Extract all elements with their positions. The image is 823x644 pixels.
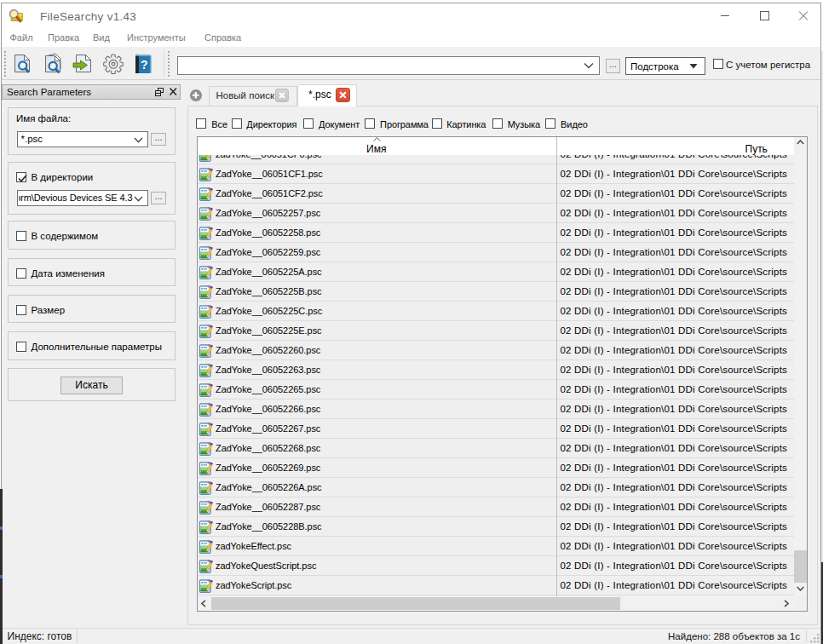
svg-text:?: ? [141,58,148,72]
